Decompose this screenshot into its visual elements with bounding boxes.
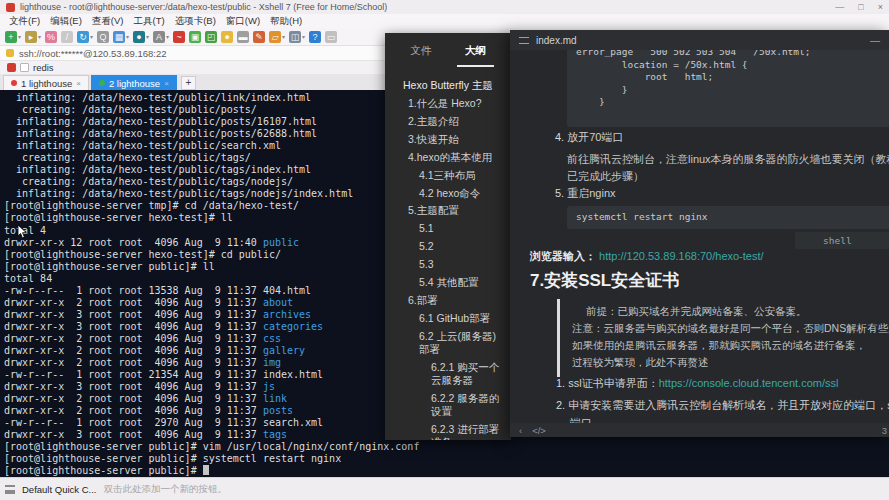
terminal-text: -rw-r--r-- 1 root root 21354 Aug 9 11:37… (4, 369, 323, 380)
markdown-content: error_page 500 502 503 504 /50x.html; lo… (510, 50, 889, 437)
caret-down-icon: ▾ (18, 33, 21, 40)
list-text: 申请安装需要进入腾讯云控制台解析域名，并且开放对应的端口，ssl对应的是 (568, 399, 889, 411)
tools-icon: ▬ (237, 31, 249, 43)
tab-files[interactable]: 文件 (402, 44, 439, 67)
source-code-icon[interactable]: </> (532, 425, 546, 436)
terminal-text: creating: /data/hexo-test/public/tags/ (4, 152, 251, 163)
chat-button[interactable]: ▭ (325, 31, 337, 43)
session-tab[interactable]: 2 lighthouse× (91, 75, 177, 90)
disconnect-icon: / (61, 31, 73, 43)
toc-item[interactable]: 5.3 (385, 256, 511, 274)
window-title: lighthouse - root@lighthouse-server:/dat… (20, 2, 387, 12)
toc-item[interactable]: 1.什么是 Hexo? (385, 94, 511, 112)
browser-input-line: 浏览器输入： http://120.53.89.168:70/hexo-test… (530, 249, 764, 264)
list-number: 2. (556, 399, 568, 411)
session-tab[interactable]: 1 lighthouse× (3, 75, 89, 90)
panel-minimize-button[interactable]: — (870, 35, 880, 46)
toc-item[interactable]: Hexo Butterfly 主题 (385, 76, 511, 94)
open-folder-icon: ▸ (25, 31, 37, 43)
close-tab-icon[interactable]: × (76, 79, 81, 88)
capture-button[interactable]: ▣ (189, 31, 201, 43)
new-session-button[interactable]: +▾ (5, 31, 21, 43)
quick-command-set[interactable]: Default Quick C... (22, 484, 96, 495)
minimize-button[interactable]: — (835, 2, 844, 12)
toc-item[interactable]: 6.2.3 进行部署准备 (385, 420, 511, 440)
folder-orange-button[interactable]: ▱▾ (269, 31, 285, 43)
fullscreen-button[interactable]: ◰ (205, 31, 217, 43)
terminal-line: [root@lighthouse-server public]# (4, 465, 889, 477)
toc-item[interactable]: 6.部署 (385, 292, 511, 310)
toc-item[interactable]: 2.主题介绍 (385, 112, 511, 130)
window-button[interactable]: ◫▾ (289, 31, 305, 43)
toc-item[interactable]: 4.hexo的基本使用 (385, 148, 511, 166)
toc-item[interactable]: 5.主题配置 (385, 202, 511, 220)
code-line: root html; (576, 71, 886, 84)
globe-button[interactable]: ●▾ (133, 31, 149, 43)
font-button[interactable]: A▾ (153, 31, 169, 43)
list-title: 放开70端口 (567, 131, 623, 143)
markdown-panel-header: index.md — (510, 30, 889, 50)
back-icon[interactable]: ‹ (519, 425, 522, 436)
lock-button[interactable]: ● (221, 31, 233, 43)
open-folder-button[interactable]: ▸▾ (25, 31, 41, 43)
toc-item[interactable]: 4.2 hexo命令 (385, 184, 511, 202)
menu-item[interactable]: 帮助(H) (265, 15, 307, 28)
layout-button[interactable]: ▦▾ (113, 31, 129, 43)
transfer-button[interactable]: % (45, 31, 57, 43)
hamburger-icon[interactable] (519, 37, 529, 44)
close-button[interactable]: × (878, 2, 883, 12)
close-tab-icon[interactable]: × (164, 79, 169, 88)
hexo-test-link[interactable]: http://120.53.89.168:70/hexo-test/ (599, 250, 764, 262)
caret-down-icon: ▾ (166, 33, 169, 40)
toc-item[interactable]: 4.1三种布局 (385, 166, 511, 184)
session-label[interactable]: redis (33, 62, 54, 73)
tab-outline[interactable]: 大纲 (457, 44, 494, 67)
quote-line: 注意：云服务器与购买的域名最好是同一个平台，否则DNS解析有些麻烦 (572, 320, 889, 337)
quick-command-hint[interactable]: 双击此处添加一个新的按钮。 (103, 483, 227, 496)
terminal-text: drwxr-xr-x 2 root root 4096 Aug 9 11:37 (4, 405, 263, 416)
terminal-text: total 84 (4, 273, 52, 284)
status-dot-icon (11, 80, 17, 86)
markdown-footer-bar: ‹ </> 3 (510, 423, 889, 437)
tencent-ssl-link[interactable]: https://console.cloud.tencent.com/ssl (659, 377, 839, 389)
terminal-text: drwxr-xr-x 2 root root 4096 Aug 9 11:37 (4, 297, 263, 308)
xagent-button[interactable]: ~ (173, 31, 185, 43)
nginx-code-block: error_page 500 502 503 504 /50x.html; lo… (567, 50, 889, 127)
toc-item[interactable]: 6.2.1 购买一个云服务器 (385, 359, 511, 390)
menu-item[interactable]: 文件(F) (4, 15, 45, 28)
terminal-text: drwxr-xr-x 3 root root 4096 Aug 9 11:37 (4, 381, 263, 392)
tab-label: 2 lighthouse (109, 78, 160, 89)
quote-line: 如果使用的是腾讯云服务器，那就购买腾讯云的域名进行备案， (572, 337, 889, 354)
toc-item[interactable]: 6.2.2 服务器的设置 (385, 389, 511, 420)
menu-item[interactable]: 工具(T) (128, 15, 169, 28)
maximize-button[interactable]: □ (858, 2, 863, 12)
tools-button[interactable]: ▬ (237, 31, 249, 43)
reconnect-button[interactable]: ↻▾ (77, 31, 93, 43)
search-button[interactable]: Q (97, 31, 109, 43)
title-bar: lighthouse - root@lighthouse-server:/dat… (0, 0, 889, 14)
lock-icon (6, 49, 14, 57)
toc-item[interactable]: 5.4 其他配置 (385, 274, 511, 292)
code-language-badge[interactable]: shell (795, 232, 889, 249)
disconnect-button[interactable]: / (61, 31, 73, 43)
menu-item[interactable]: 窗口(W) (221, 15, 265, 28)
toc-item[interactable]: 3.快速开始 (385, 130, 511, 148)
pen-button[interactable]: ✎ (253, 31, 265, 43)
new-tab-button[interactable]: + (181, 76, 196, 90)
toc-item[interactable]: 5.2 (385, 238, 511, 256)
quick-command-icon (5, 485, 15, 494)
menu-item[interactable]: 查看(V) (87, 15, 129, 28)
terminal-text: drwxr-xr-x 2 root root 4096 Aug 9 11:37 (4, 393, 263, 404)
blockquote: 前提：已购买域名并完成网站备案、公安备案。注意：云服务器与购买的域名最好是同一个… (557, 299, 889, 377)
list-number: 5. (555, 187, 564, 199)
menu-item[interactable]: 编辑(E) (45, 15, 87, 28)
terminal-text: [root@lighthouse-server public]# (4, 465, 203, 476)
toc-item[interactable]: 5.1 (385, 220, 511, 238)
menu-item[interactable]: 选项卡(B) (170, 15, 221, 28)
new-session-icon: + (5, 31, 17, 43)
caret-down-icon: ▾ (302, 33, 305, 40)
terminal-text: drwxr-xr-x 2 root root 4096 Aug 9 11:37 (4, 333, 263, 344)
toc-item[interactable]: 6.2 上云(服务器)部署 (385, 328, 511, 359)
help-button[interactable]: ? (309, 31, 321, 43)
toc-item[interactable]: 6.1 GitHub部署 (385, 310, 511, 328)
